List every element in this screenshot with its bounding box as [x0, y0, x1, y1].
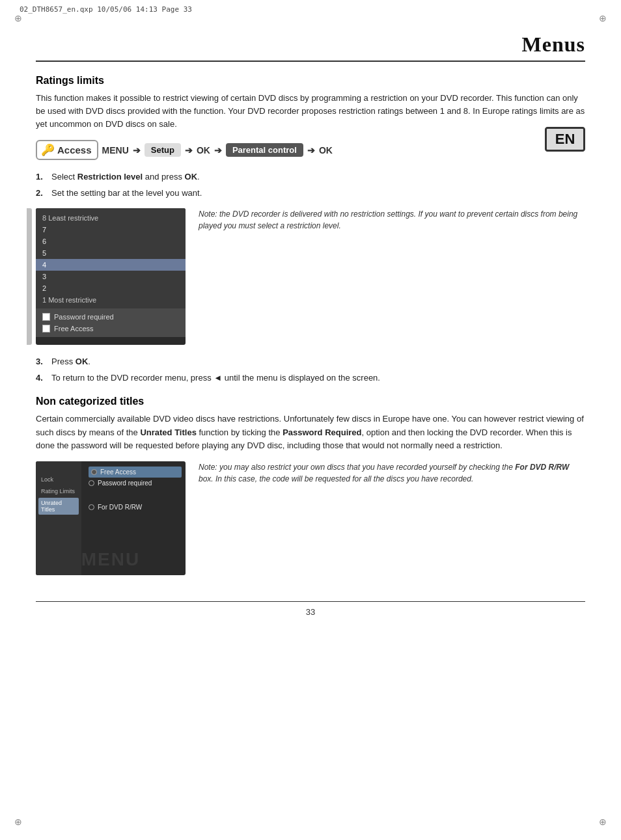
list-item-7: 7 [36, 224, 186, 236]
ss2-item-unrated: Unrated Titles [38, 498, 79, 515]
bottom-rule [36, 601, 585, 602]
note-2-text2: box. In this case, the code will be requ… [199, 474, 473, 483]
screenshot-row-2: Lock Rating Limits Unrated Titles Free A… [36, 461, 585, 575]
step-4: 4. To return to the DVD recorder menu, p… [36, 372, 585, 385]
step-1-num: 1. [36, 170, 48, 183]
pw-required-row: Password required [36, 311, 186, 323]
restriction-list: 8 Least restrictive 7 6 5 4 3 2 1 Most r… [36, 212, 186, 306]
menu-path-row: 🔑 Access MENU ➔ Setup ➔ OK ➔ Parental co… [36, 140, 585, 160]
reg-mark-bl: ⊕ [12, 815, 25, 828]
ss2-opt-dvd-label: For DVD R/RW [98, 504, 142, 511]
list-item-1: 1 Most restrictive [36, 294, 186, 306]
steps-3-4: 3. Press OK. 4. To return to the DVD rec… [36, 355, 585, 384]
ss2-opt-dvd: For DVD R/RW [89, 502, 182, 513]
ok-1: OK [197, 145, 210, 156]
list-item-3: 3 [36, 271, 186, 282]
arrow-3: ➔ [214, 145, 222, 156]
non-cat-bold1: Unrated Titles [140, 427, 196, 437]
ratings-limits-body: This function makes it possible to restr… [36, 92, 585, 131]
menu-arrow-1: MENU [102, 145, 129, 156]
ok-2: OK [319, 145, 333, 156]
key-icon: 🔑 [41, 143, 55, 157]
screenshot-1: 8 Least restrictive 7 6 5 4 3 2 1 Most r… [36, 208, 186, 345]
list-item-8: 8 Least restrictive [36, 212, 186, 224]
page-title: Menus [36, 33, 585, 57]
ss2-item-rating: Rating Limits [38, 486, 79, 496]
step-1-text: Select Restriction level and press OK. [51, 170, 200, 183]
ss2-opt-pw-label: Password required [98, 480, 152, 487]
non-cat-heading: Non categorized titles [36, 396, 585, 407]
ss2-opt-free-label: Free Access [100, 468, 136, 476]
step-2-text: Set the setting bar at the level you wan… [51, 187, 202, 200]
non-cat-bold2: Password Required [283, 427, 361, 437]
en-badge: EN [545, 127, 585, 152]
title-divider [36, 61, 585, 62]
step-4-text: To return to the DVD recorder menu, pres… [51, 372, 380, 385]
step-3: 3. Press OK. [36, 355, 585, 368]
main-content: Menus Ratings limits This function makes… [36, 26, 585, 575]
ss2-item-lock: Lock [38, 474, 79, 485]
screenshot-row-1: 8 Least restrictive 7 6 5 4 3 2 1 Most r… [36, 208, 585, 345]
radio-pw [89, 480, 94, 486]
ss2-opt-free: Free Access [89, 467, 182, 478]
note-2-bold: For DVD R/RW [515, 463, 569, 472]
reg-mark-tl: ⊕ [12, 12, 25, 25]
pw-required-label: Password required [54, 313, 114, 321]
free-access-row: Free Access [36, 323, 186, 334]
list-item-5: 5 [36, 247, 186, 259]
ss2-opt-pw: Password required [89, 478, 182, 489]
access-badge: 🔑 Access [36, 140, 98, 160]
list-item-4: 4 [36, 259, 186, 271]
non-cat-body: Certain commercially available DVD video… [36, 413, 585, 452]
arrow-2: ➔ [185, 145, 193, 156]
screenshot-2: Lock Rating Limits Unrated Titles Free A… [36, 461, 186, 575]
step-2: 2. Set the setting bar at the level you … [36, 187, 585, 200]
steps-1-2: 1. Select Restriction level and press OK… [36, 170, 585, 199]
free-access-label: Free Access [54, 325, 94, 332]
access-label: Access [57, 144, 92, 156]
step-4-num: 4. [36, 372, 48, 385]
page-number: 33 [0, 607, 621, 617]
ratings-limits-heading: Ratings limits [36, 75, 585, 87]
reg-mark-tr: ⊕ [596, 12, 609, 25]
radio-dvd [89, 504, 94, 510]
setup-pill: Setup [145, 143, 181, 157]
file-header: 02_DTH8657_en.qxp 10/05/06 14:13 Page 33 [20, 5, 192, 14]
list-item-2: 2 [36, 282, 186, 294]
left-bar [27, 208, 32, 345]
radio-free [91, 469, 97, 475]
step-1: 1. Select Restriction level and press OK… [36, 170, 585, 183]
step-3-num: 3. [36, 355, 48, 368]
note-2-text1: Note: you may also restrict your own dis… [199, 463, 515, 472]
note-1: Note: the DVD recorder is delivered with… [199, 208, 585, 232]
pw-checkbox [42, 313, 50, 321]
arrow-1: ➔ [133, 145, 141, 156]
free-access-checkbox [42, 325, 50, 332]
parental-pill: Parental control [226, 143, 303, 157]
arrow-4: ➔ [307, 145, 315, 156]
list-item-6: 6 [36, 236, 186, 247]
step-3-text: Press OK. [51, 355, 90, 368]
note-2: Note: you may also restrict your own dis… [199, 461, 585, 485]
ss2-sidebar: Lock Rating Limits Unrated Titles [36, 461, 81, 575]
reg-mark-br: ⊕ [596, 815, 609, 828]
step-2-num: 2. [36, 187, 48, 200]
watermark: MENU [81, 549, 140, 570]
non-cat-body2: function by ticking the [197, 427, 283, 437]
ss2-main-panel: Free Access Password required For DVD R/… [85, 461, 186, 518]
